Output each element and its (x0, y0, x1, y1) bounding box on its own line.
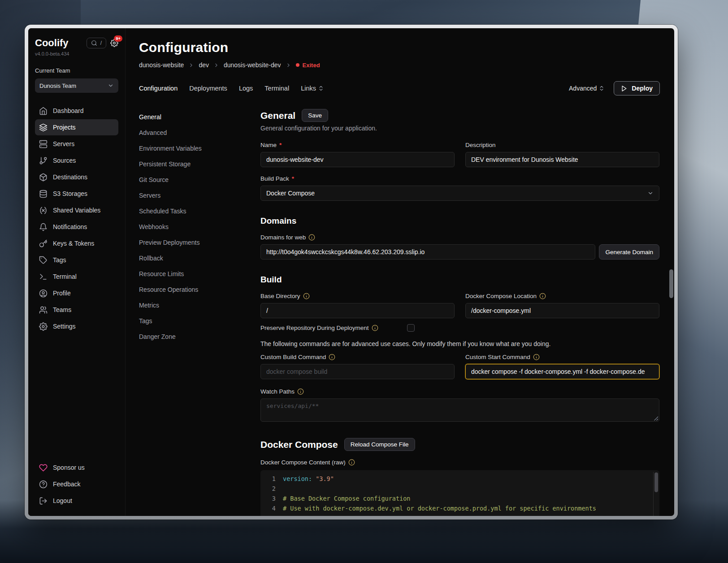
description-input[interactable] (465, 152, 659, 167)
sidebar-item-tags[interactable]: Tags (35, 252, 118, 268)
build-pack-label: Build Pack (260, 174, 289, 183)
base-directory-input[interactable] (260, 303, 455, 318)
breadcrumb-item[interactable]: dev (199, 61, 209, 69)
config-nav-persistent-storage[interactable]: Persistent Storage (139, 156, 260, 172)
config-nav-resource-limits[interactable]: Resource Limits (139, 266, 260, 282)
box-icon (39, 173, 48, 182)
tab-links[interactable]: Links (301, 85, 324, 92)
breadcrumb-item[interactable]: dunosis-website-dev (224, 61, 281, 69)
config-nav-environment-variables[interactable]: Environment Variables (139, 140, 260, 156)
compose-location-label: Docker Compose Location (465, 292, 537, 300)
tab-configuration[interactable]: Configuration (139, 85, 178, 92)
search-shortcut: / (100, 40, 102, 46)
required-mark: * (279, 141, 282, 149)
sidebar-item-terminal[interactable]: Terminal (35, 269, 118, 285)
sidebar-item-label: Keys & Tokens (53, 239, 94, 248)
required-mark: * (292, 174, 294, 183)
sidebar-item-destinations[interactable]: Destinations (35, 169, 118, 185)
custom-build-command-input[interactable] (260, 364, 455, 379)
reload-compose-file-button[interactable]: Reload Compose File (344, 438, 415, 451)
team-selector[interactable]: Dunosis Team (35, 78, 118, 93)
key-icon (39, 239, 48, 248)
tabs: ConfigurationDeploymentsLogsTerminalLink… (139, 85, 324, 92)
watch-paths-textarea[interactable] (260, 398, 659, 422)
build-heading: Build (260, 275, 659, 285)
info-icon (329, 354, 335, 360)
sidebar-item-sponsor-us[interactable]: Sponsor us (35, 459, 118, 476)
description-label: Description (465, 141, 496, 149)
main-scrollbar-thumb[interactable] (669, 269, 673, 298)
config-nav-preview-deployments[interactable]: Preview Deployments (139, 234, 260, 250)
app-logo[interactable]: Coolify (35, 37, 69, 49)
chevron-down-icon (108, 82, 114, 89)
current-team-label: Current Team (35, 67, 118, 74)
team-name: Dunosis Team (39, 82, 76, 89)
sidebar-item-servers[interactable]: Servers (35, 136, 118, 152)
sidebar-item-dashboard[interactable]: Dashboard (35, 103, 118, 119)
sidebar-item-feedback[interactable]: Feedback (35, 476, 118, 492)
custom-start-command-input[interactable] (465, 364, 659, 379)
custom-build-command-label: Custom Build Command (260, 353, 326, 361)
config-nav-general[interactable]: General (139, 109, 260, 125)
build-pack-value: Docker Compose (266, 190, 315, 197)
config-nav-metrics[interactable]: Metrics (139, 297, 260, 313)
chevron-right-icon (213, 62, 219, 68)
compose-location-input[interactable] (465, 303, 659, 318)
deploy-button[interactable]: Deploy (614, 81, 660, 95)
window-content: Coolify / 9+ v4.0.0-beta.434 Current Tea… (28, 28, 674, 516)
heart-icon (39, 463, 48, 472)
app-window: Coolify / 9+ v4.0.0-beta.434 Current Tea… (25, 25, 678, 520)
chevron-down-icon (647, 190, 654, 196)
sidebar-item-settings[interactable]: Settings (35, 318, 118, 334)
sidebar-item-sources[interactable]: Sources (35, 152, 118, 169)
domain-input[interactable] (260, 244, 595, 260)
info-icon[interactable] (308, 234, 315, 241)
config-nav-advanced[interactable]: Advanced (139, 125, 260, 140)
config-nav-danger-zone[interactable]: Danger Zone (139, 329, 260, 344)
config-nav-servers[interactable]: Servers (139, 187, 260, 203)
code-line: 3# Base Docker Compose configuration (260, 494, 649, 503)
domains-heading: Domains (260, 216, 659, 226)
base-directory-field: Base Directory (260, 292, 455, 318)
compose-content-editor[interactable]: 1version: "3.9"2 3# Base Docker Compose … (260, 470, 659, 516)
logout-icon (39, 497, 48, 505)
tab-logs[interactable]: Logs (239, 85, 253, 92)
editor-scrollbar-thumb[interactable] (654, 472, 658, 492)
code-line: 4# Use with docker-compose.dev.yml or do… (260, 503, 649, 513)
advanced-dropdown[interactable]: Advanced (569, 85, 605, 92)
sidebar-item-s3-storages[interactable]: S3 Storages (35, 186, 118, 202)
generate-domain-button[interactable]: Generate Domain (599, 244, 659, 260)
search-box[interactable]: / (87, 38, 106, 48)
sidebar-item-logout[interactable]: Logout (35, 493, 118, 509)
config-nav-git-source[interactable]: Git Source (139, 172, 260, 187)
layers-icon (39, 123, 48, 132)
preserve-repository-checkbox[interactable] (407, 324, 415, 332)
line-number: 4 (260, 503, 276, 513)
tab-terminal[interactable]: Terminal (264, 85, 289, 92)
name-input[interactable] (260, 152, 455, 167)
page-title: Configuration (139, 40, 660, 55)
save-button[interactable]: Save (302, 109, 328, 122)
name-field: Name* (260, 141, 455, 167)
sidebar-item-teams[interactable]: Teams (35, 302, 118, 318)
sidebar-item-profile[interactable]: Profile (35, 285, 118, 301)
config-nav-webhooks[interactable]: Webhooks (139, 219, 260, 234)
config-nav-resource-operations[interactable]: Resource Operations (139, 282, 260, 297)
tab-deployments[interactable]: Deployments (189, 85, 227, 92)
build-pack-select[interactable]: Docker Compose (260, 186, 659, 201)
watch-paths-field: Watch Paths (260, 387, 659, 422)
config-nav-rollback[interactable]: Rollback (139, 250, 260, 266)
notifications-gear-button[interactable]: 9+ (110, 39, 118, 47)
editor-scroll-track (653, 472, 654, 516)
sidebar-item-label: Sources (53, 156, 76, 165)
config-nav-tags[interactable]: Tags (139, 313, 260, 329)
sidebar-item-notifications[interactable]: Notifications (35, 219, 118, 235)
breadcrumb-item[interactable]: dunosis-website (139, 61, 184, 69)
play-icon (621, 85, 628, 92)
sidebar-item-label: Tags (53, 256, 66, 264)
general-heading: General (260, 110, 295, 121)
sidebar-item-keys-tokens[interactable]: Keys & Tokens (35, 235, 118, 251)
sidebar-item-shared-variables[interactable]: Shared Variables (35, 202, 118, 218)
config-nav-scheduled-tasks[interactable]: Scheduled Tasks (139, 203, 260, 219)
sidebar-item-projects[interactable]: Projects (35, 119, 118, 135)
